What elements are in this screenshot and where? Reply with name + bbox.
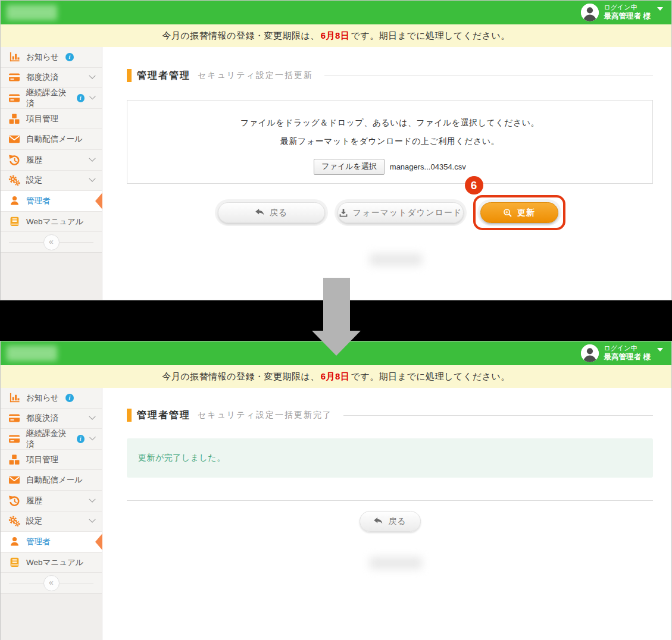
redacted-footer-text xyxy=(370,253,422,266)
credit-card-icon xyxy=(8,71,20,83)
sidebar-item-spot-payment[interactable]: 都度決済 xyxy=(1,409,102,429)
sidebar-item-label: 都度決済 xyxy=(26,72,58,83)
login-status: ログイン中 xyxy=(604,344,651,353)
file-dropzone[interactable]: ファイルをドラッグ＆ドロップ、あるいは、ファイルを選択してください。 最新フォー… xyxy=(127,100,653,184)
reply-arrow-icon xyxy=(255,208,265,217)
sidebar-item-web-manual[interactable]: Webマニュアル xyxy=(1,212,102,233)
main-content: 管理者管理 セキュリティ設定一括更新 ファイルをドラッグ＆ドロップ、あるいは、フ… xyxy=(102,47,671,300)
chevron-down-icon xyxy=(89,93,96,100)
format-download-button[interactable]: フォーマットダウンロード xyxy=(337,202,464,223)
update-button[interactable]: 更新 xyxy=(480,202,558,223)
sidebar-item-label: 自動配信メール xyxy=(26,475,83,485)
sidebar-item-label: 設定 xyxy=(26,516,42,526)
bar-chart-icon xyxy=(8,51,20,63)
info-icon: i xyxy=(65,394,74,402)
book-icon xyxy=(8,216,20,228)
user-avatar-icon xyxy=(581,344,599,362)
file-input-row: ファイルを選択 managers...04354.csv xyxy=(127,159,652,175)
title-rule xyxy=(343,415,653,416)
sidebar-item-settings[interactable]: 設定 xyxy=(1,171,102,192)
sidebar-item-label: 項目管理 xyxy=(26,114,58,124)
deadline-notice-bar: 今月の振替情報の登録・変更期限は、 6月8日 です。期日までに処理してください。 xyxy=(1,365,671,388)
sidebar-item-history[interactable]: 履歴 xyxy=(1,150,102,171)
screenshot-after: ログイン中 最高管理者 様 今月の振替情報の登録・変更期限は、 6月8日 です。… xyxy=(0,341,672,640)
sidebar-item-auto-mail[interactable]: 自動配信メール xyxy=(1,129,102,150)
sidebar-nav: お知らせi都度決済継続課金決済i項目管理自動配信メール履歴設定管理者Webマニュ… xyxy=(1,47,102,232)
history-icon xyxy=(8,495,20,507)
notice-text-after: です。期日までに処理してください。 xyxy=(351,30,510,42)
user-menu[interactable]: ログイン中 最高管理者 様 xyxy=(581,344,663,362)
sidebar-item-settings[interactable]: 設定 xyxy=(1,512,102,532)
update-button-label: 更新 xyxy=(517,208,535,218)
sidebar-item-auto-mail[interactable]: 自動配信メール xyxy=(1,470,102,491)
sidebar-item-label: 管理者 xyxy=(26,537,51,547)
main-content: 管理者管理 セキュリティ設定一括更新完了 更新が完了しました。 戻る xyxy=(102,388,671,640)
sidebar-item-history[interactable]: 履歴 xyxy=(1,491,102,512)
sidebar-collapse-row: « xyxy=(1,232,102,252)
action-buttons-row: 戻る フォーマットダウンロード 6 更新 xyxy=(127,195,653,230)
sidebar-filler xyxy=(1,593,102,640)
page-title-row: 管理者管理 セキュリティ設定一括更新 xyxy=(127,69,653,82)
sidebar-item-news[interactable]: お知らせi xyxy=(1,47,102,68)
sidebar-item-recurring-payment[interactable]: 継続課金決済i xyxy=(1,429,102,450)
gears-icon xyxy=(8,515,20,527)
sidebar-collapse-row: « xyxy=(1,573,102,593)
sidebar-item-news[interactable]: お知らせi xyxy=(1,388,102,409)
success-message: 更新が完了しました。 xyxy=(138,453,226,463)
page-subtitle: セキュリティ設定一括更新完了 xyxy=(198,410,332,421)
sidebar-item-label: 継続課金決済 xyxy=(26,428,70,450)
sidebar-item-spot-payment[interactable]: 都度決済 xyxy=(1,68,102,89)
sidebar-item-label: お知らせ xyxy=(26,52,59,62)
success-message-box: 更新が完了しました。 xyxy=(127,438,653,478)
magnifier-plus-icon xyxy=(503,208,512,218)
back-button-label: 戻る xyxy=(388,516,406,527)
cubes-icon xyxy=(8,454,20,466)
person-icon xyxy=(8,536,20,548)
collapse-sidebar-button[interactable]: « xyxy=(43,234,60,250)
sidebar-item-recurring-payment[interactable]: 継続課金決済i xyxy=(1,88,102,109)
dropzone-instruction-1: ファイルをドラッグ＆ドロップ、あるいは、ファイルを選択してください。 xyxy=(127,118,652,128)
back-button[interactable]: 戻る xyxy=(360,511,421,532)
collapse-sidebar-button[interactable]: « xyxy=(43,575,60,591)
sidebar: お知らせi都度決済継続課金決済i項目管理自動配信メール履歴設定管理者Webマニュ… xyxy=(1,388,102,640)
cubes-icon xyxy=(8,113,20,125)
sidebar-item-web-manual[interactable]: Webマニュアル xyxy=(1,553,102,573)
title-accent-bar xyxy=(127,69,132,82)
sidebar: お知らせi都度決済継続課金決済i項目管理自動配信メール履歴設定管理者Webマニュ… xyxy=(1,47,102,300)
screenshot-before: ログイン中 最高管理者 様 今月の振替情報の登録・変更期限は、 6月8日 です。… xyxy=(0,0,672,300)
chevron-down-icon xyxy=(89,413,95,420)
format-download-button-wrap: フォーマットダウンロード xyxy=(335,199,467,226)
sidebar-item-label: 項目管理 xyxy=(26,454,58,465)
action-buttons-row: 戻る xyxy=(127,511,653,532)
sidebar-item-label: Webマニュアル xyxy=(26,557,84,568)
back-button-wrap: 戻る xyxy=(215,199,328,226)
chevron-down-icon xyxy=(89,155,95,161)
info-icon: i xyxy=(65,53,74,61)
redacted-logo xyxy=(7,5,57,20)
sidebar-item-label: Webマニュアル xyxy=(26,217,84,227)
sidebar-item-label: 都度決済 xyxy=(26,413,58,423)
sidebar-item-item-management[interactable]: 項目管理 xyxy=(1,450,102,470)
chevron-down-icon xyxy=(89,175,95,182)
book-icon xyxy=(8,557,20,569)
sidebar-item-managers[interactable]: 管理者 xyxy=(1,191,102,212)
page-title-row: 管理者管理 セキュリティ設定一括更新完了 xyxy=(127,409,653,422)
caret-down-icon xyxy=(657,348,663,352)
title-accent-bar xyxy=(127,409,132,422)
download-icon xyxy=(339,208,348,218)
user-info: ログイン中 最高管理者 様 xyxy=(604,4,651,21)
credit-card-icon xyxy=(8,433,20,445)
notice-deadline: 6月8日 xyxy=(321,371,350,382)
app-header: ログイン中 最高管理者 様 xyxy=(1,341,671,365)
sidebar-item-item-management[interactable]: 項目管理 xyxy=(1,109,102,130)
sidebar-item-label: 履歴 xyxy=(26,155,42,165)
user-menu[interactable]: ログイン中 最高管理者 様 xyxy=(581,4,663,21)
back-button[interactable]: 戻る xyxy=(218,202,325,223)
user-info: ログイン中 最高管理者 様 xyxy=(604,344,651,362)
chevron-down-icon xyxy=(89,516,95,523)
credit-card-icon xyxy=(8,412,20,424)
file-select-button[interactable]: ファイルを選択 xyxy=(314,159,385,175)
sidebar-item-managers[interactable]: 管理者 xyxy=(1,532,102,553)
user-name: 最高管理者 様 xyxy=(604,12,651,21)
notice-text-before: 今月の振替情報の登録・変更期限は、 xyxy=(162,30,320,42)
